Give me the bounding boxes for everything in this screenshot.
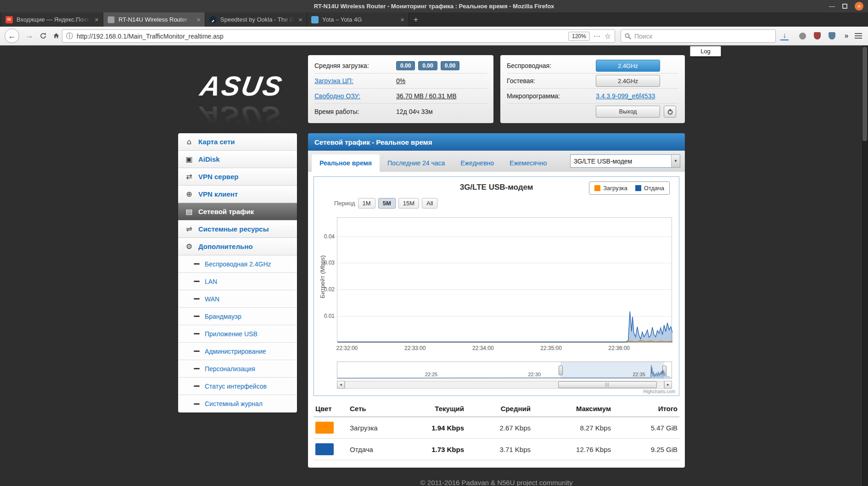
adblock-shield-icon[interactable] [812, 30, 823, 41]
chart-legend: Загрузка Отдача [589, 181, 670, 195]
minimize-icon[interactable]: — [829, 0, 835, 12]
load-badge: 0.00 [441, 61, 459, 70]
dash-icon [194, 263, 200, 265]
sidebar-subitem-lan[interactable]: LAN [178, 273, 297, 290]
tab-close-icon[interactable]: × [400, 16, 404, 23]
window-controls: — × [829, 0, 863, 12]
home-icon[interactable] [50, 30, 62, 41]
table-row: Загрузка 1.94 Kbps 2.67 Kbps 8.27 Kbps 5… [314, 417, 679, 439]
load-badge: 0.00 [418, 61, 437, 70]
dash-icon [194, 298, 200, 300]
extension-circle-icon[interactable] [797, 30, 808, 41]
period-selector: Период 1M 5M 15M All [334, 198, 437, 209]
logout-button[interactable]: Выход [596, 106, 660, 118]
wireless-band-button[interactable]: 2.4GHz [596, 60, 660, 72]
tab-speedtest[interactable]: Speedtest by Ookla - The G × [205, 12, 307, 27]
scroll-left-icon[interactable]: ◄ [337, 381, 345, 389]
url-text[interactable]: http://192.168.0.1/Main_TrafficMonitor_r… [77, 33, 565, 40]
chevron-down-icon[interactable]: ▼ [671, 155, 680, 167]
search-icon [625, 33, 631, 40]
sidebar-item-network-traffic[interactable]: ▤ Сетевой трафик [178, 203, 297, 220]
reload-icon[interactable] [38, 30, 49, 41]
tab-last-24h[interactable]: Последние 24 часа [380, 154, 453, 172]
period-1m-button[interactable]: 1M [358, 198, 375, 209]
plot-area: 0.010.020.030.04 [337, 217, 672, 342]
sidebar-subitem-wan[interactable]: WAN [178, 290, 297, 308]
search-bar[interactable] [621, 29, 776, 43]
tab-close-icon[interactable]: × [298, 16, 302, 23]
speedtest-favicon [209, 16, 217, 23]
new-tab-button[interactable]: + [409, 12, 423, 27]
search-input[interactable] [634, 33, 772, 40]
overflow-chevrons-icon[interactable]: » [841, 30, 852, 41]
network-map-icon: ⌂ [185, 137, 194, 146]
sidebar-item-network-map[interactable]: ⌂ Карта сети [178, 133, 297, 151]
guest-row: Гостевая: 2.4GHz [507, 73, 678, 89]
traffic-tabs: Реальное время Последние 24 часа Ежеднев… [308, 151, 685, 172]
firmware-version-link[interactable]: 3.4.3.9-099_e6f4533 [596, 92, 655, 100]
privacy-shield-icon[interactable] [826, 30, 837, 41]
sidebar-item-advanced[interactable]: ⚙ Дополнительно [178, 238, 297, 255]
sidebar-subitem-usb-app[interactable]: Приложение USB [178, 325, 297, 343]
asus-logo: ASUS [198, 73, 285, 100]
site-info-icon[interactable]: ⓘ [66, 32, 73, 40]
window-titlebar: RT-N14U Wireless Router - Мониторинг тра… [0, 0, 868, 12]
tab-close-icon[interactable]: × [95, 16, 99, 23]
free-ram-link[interactable]: Свободно ОЗУ: [314, 92, 396, 100]
sidebar-subitem-wireless[interactable]: Беспроводная 2.4GHz [178, 255, 297, 273]
upload-swatch [635, 185, 641, 191]
page-scrollbar-thumb[interactable] [862, 47, 867, 141]
dash-icon [194, 403, 200, 405]
yandex-mail-favicon: ✉ [6, 16, 13, 23]
dash-icon [194, 333, 200, 334]
url-bar[interactable]: ⓘ http://192.168.0.1/Main_TrafficMonitor… [62, 29, 615, 43]
sidebar-item-vpn-client[interactable]: ⊕ VPN клиент [178, 186, 297, 203]
tab-realtime[interactable]: Реальное время [312, 154, 380, 172]
interface-select[interactable]: 3G/LTE USB-модем ▼ [570, 154, 680, 168]
legend-item-upload[interactable]: Отдача [635, 185, 664, 192]
period-15m-button[interactable]: 15M [398, 198, 419, 209]
page-scrollbar[interactable] [861, 45, 868, 486]
tab-daily[interactable]: Ежедневно [453, 154, 502, 172]
chart-scrollbar-thumb[interactable] [558, 381, 657, 388]
forward-button[interactable]: → [24, 30, 35, 41]
legend-item-download[interactable]: Загрузка [594, 185, 627, 192]
sidebar-item-aidisk[interactable]: ▣ AiDisk [178, 151, 297, 168]
sidebar-subitem-administration[interactable]: Администрирование [178, 343, 297, 360]
sidebar-item-system-resources[interactable]: ⇌ Системные ресурсы [178, 220, 297, 238]
cpu-load-link[interactable]: Загрузка ЦП: [314, 77, 396, 85]
maximize-icon[interactable] [842, 4, 847, 9]
back-button[interactable]: ← [5, 28, 19, 43]
tab-close-icon[interactable]: × [196, 16, 201, 23]
page-actions-icon[interactable]: ⋯ [594, 32, 601, 40]
wireless-row: Беспроводная: 2.4GHz [507, 58, 678, 73]
period-all-button[interactable]: All [422, 198, 437, 209]
sidebar-menu: ⌂ Карта сети ▣ AiDisk ⇄ VPN сервер ⊕ VPN… [178, 133, 297, 413]
zoom-indicator[interactable]: 120% [568, 32, 590, 41]
guest-band-button[interactable]: 2.4GHz [596, 75, 660, 87]
ram-row: Свободно ОЗУ: 36.70 MB / 60.31 MB [314, 89, 487, 104]
sidebar-subitem-firewall[interactable]: Брандмауэр [178, 308, 297, 325]
chart-scrollbar-track[interactable] [345, 381, 664, 389]
tab-monthly[interactable]: Ежемесячно [502, 154, 554, 172]
bookmark-star-icon[interactable]: ☆ [605, 32, 611, 40]
period-5m-button[interactable]: 5M [378, 198, 396, 209]
reboot-button[interactable] [664, 106, 676, 118]
downloads-icon[interactable]: ↓ [780, 31, 789, 40]
tab-router-active[interactable]: RT-N14U Wireless Router - × [103, 12, 205, 27]
tab-yandex-mail[interactable]: ✉ Входящие — Яндекс.Почт × [1, 12, 103, 27]
scroll-right-icon[interactable]: ► [664, 381, 672, 389]
navigator[interactable]: 22:2522:3022:35 [337, 362, 672, 379]
sidebar-subitem-interface-status[interactable]: Статус интерфейсов [178, 378, 297, 395]
tab-yota[interactable]: Yota – Yota 4G × [307, 12, 409, 27]
sidebar-subitem-system-log[interactable]: Системный журнал [178, 395, 297, 413]
menu-icon[interactable] [853, 30, 864, 41]
y-axis-title: Битрейт (Mbps) [319, 240, 326, 314]
avg-load-row: Средняя загрузка: 0.00 0.00 0.00 [314, 58, 487, 73]
highcharts-credit[interactable]: Highcharts.com [644, 389, 675, 394]
sidebar-subitem-personalization[interactable]: Персонализация [178, 360, 297, 378]
chart-scrollbar[interactable]: ◄ ► [337, 381, 672, 389]
sidebar-item-vpn-server[interactable]: ⇄ VPN сервер [178, 168, 297, 186]
window-close-icon[interactable]: × [855, 2, 863, 11]
traffic-chart: 3G/LTE USB-модем Загрузка Отдача Период … [314, 176, 679, 396]
